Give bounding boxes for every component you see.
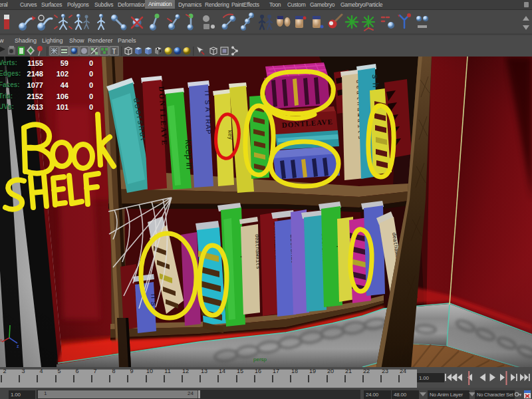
svg-text:T: T: [112, 48, 116, 55]
